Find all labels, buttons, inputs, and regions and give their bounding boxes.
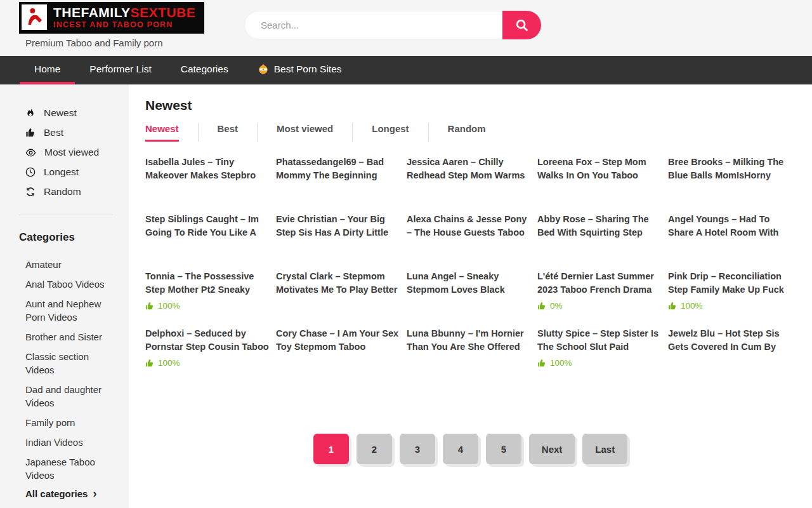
video-title[interactable]: Angel Youngs – Had To Share A Hotel Room… <box>668 213 794 239</box>
pagination-page-5[interactable]: 5 <box>486 434 521 464</box>
category-link-amateur[interactable]: Amateur <box>25 258 116 271</box>
nav-item-home[interactable]: Home <box>20 56 75 84</box>
tab-most-viewed[interactable]: Most viewed <box>257 123 352 142</box>
nav-item-performer-list[interactable]: Performer List <box>75 56 166 84</box>
video-card[interactable]: Slutty Spice – Step Sister Is The School… <box>537 327 663 384</box>
video-title[interactable]: Loreena Fox – Step Mom Walks In On You T… <box>537 156 663 182</box>
tab-longest[interactable]: Longest <box>352 123 428 142</box>
categories-heading: Categories <box>19 231 129 244</box>
video-card[interactable]: Pink Drip – Reconciliation Step Family M… <box>668 270 794 327</box>
video-card[interactable]: Isabella Jules – Tiny Makeover Makes Ste… <box>145 156 271 213</box>
tab-random[interactable]: Random <box>428 123 505 142</box>
video-title[interactable]: Slutty Spice – Step Sister Is The School… <box>537 327 663 354</box>
site-header: THEFAMILYSEXTUBE INCEST AND TABOO PORN P… <box>0 0 812 56</box>
pagination-page-4[interactable]: 4 <box>443 434 478 464</box>
logo-title: THEFAMILYSEXTUBE <box>53 5 195 20</box>
search-input[interactable] <box>244 11 541 39</box>
sunglasses-face-icon <box>258 64 269 75</box>
tab-best[interactable]: Best <box>198 123 258 142</box>
nav-item-categories[interactable]: Categories <box>166 56 243 84</box>
sidebar-item-longest[interactable]: Longest <box>0 166 129 178</box>
eye-icon <box>25 147 36 158</box>
thumbs-up-icon <box>537 302 546 311</box>
pagination-next-button[interactable]: Next <box>529 434 575 464</box>
video-card[interactable]: Loreena Fox – Step Mom Walks In On You T… <box>537 156 663 213</box>
sidebar-item-newest[interactable]: Newest <box>0 107 129 119</box>
video-card[interactable]: Angel Youngs – Had To Share A Hotel Room… <box>668 213 794 270</box>
search-button[interactable] <box>502 11 541 39</box>
sidebar-item-best[interactable]: Best <box>0 127 129 138</box>
video-card[interactable]: Tonnia – The Possessive Step Mother Pt2 … <box>145 270 271 327</box>
video-card[interactable]: Alexa Chains & Jesse Pony – The House Gu… <box>407 213 532 270</box>
clock-icon <box>25 167 36 177</box>
thumbs-up-icon <box>668 302 677 311</box>
video-card[interactable]: Jessica Aaren – Chilly Redhead Step Mom … <box>407 156 532 213</box>
category-link-aunt-nephew[interactable]: Aunt and Nephew Porn Videos <box>25 297 116 324</box>
video-card[interactable]: Cory Chase – I Am Your Sex Toy Stepmom T… <box>276 327 402 384</box>
video-title[interactable]: Jewelz Blu – Hot Step Sis Gets Covered I… <box>668 327 794 354</box>
pagination-page-1[interactable]: 1 <box>313 434 349 464</box>
flame-icon <box>25 108 36 118</box>
pagination: 1 2 3 4 5 Next Last <box>145 434 796 464</box>
video-title[interactable]: Step Siblings Caught – Im Going To Ride … <box>145 213 271 239</box>
video-card[interactable]: Bree Brooks – Milking The Blue Balls Mom… <box>668 156 794 213</box>
site-logo[interactable]: THEFAMILYSEXTUBE INCEST AND TABOO PORN <box>19 2 204 34</box>
video-title[interactable]: Phatassedangel69 – Bad Mommy The Beginni… <box>276 156 402 182</box>
video-title[interactable]: Cory Chase – I Am Your Sex Toy Stepmom T… <box>276 327 402 354</box>
refresh-icon <box>25 187 36 197</box>
site-tagline: Premium Taboo and Family porn <box>25 37 163 48</box>
logo-subtitle: INCEST AND TABOO PORN <box>53 20 195 30</box>
video-title[interactable]: Bree Brooks – Milking The Blue Balls Mom… <box>668 156 794 182</box>
red-figure-logo-icon <box>22 4 47 30</box>
video-rating: 100% <box>668 301 794 311</box>
category-link-anal-taboo[interactable]: Anal Taboo Videos <box>25 277 116 291</box>
sidebar-item-most-viewed[interactable]: Most viewed <box>0 147 129 158</box>
video-title[interactable]: Delphoxi – Seduced by Pornstar Step Cous… <box>145 327 271 354</box>
video-card[interactable]: Jewelz Blu – Hot Step Sis Gets Covered I… <box>668 327 794 384</box>
video-rating: 100% <box>145 358 271 368</box>
main-nav: Home Performer List Categories Best Porn… <box>0 56 812 84</box>
video-title[interactable]: Jessica Aaren – Chilly Redhead Step Mom … <box>407 156 532 182</box>
video-card[interactable]: Phatassedangel69 – Bad Mommy The Beginni… <box>276 156 402 213</box>
category-link-classic-section[interactable]: Classic section Videos <box>25 350 116 377</box>
sort-tabs: Newest Best Most viewed Longest Random <box>145 123 812 142</box>
video-title[interactable]: Evie Christian – Your Big Step Sis Has A… <box>276 213 402 239</box>
video-title[interactable]: Crystal Clark – Stepmom Motivates Me To … <box>276 270 402 297</box>
all-categories-link[interactable]: All categories › <box>25 488 129 499</box>
video-card[interactable]: Luna Bbunny – I'm Hornier Than You Are S… <box>407 327 532 384</box>
video-title[interactable]: Alexa Chains & Jesse Pony – The House Gu… <box>407 213 532 239</box>
category-link-dad-daughter[interactable]: Dad and daughter Videos <box>25 383 116 410</box>
sidebar: Newest Best Most viewed <box>0 84 129 508</box>
search-icon <box>515 18 529 32</box>
video-card[interactable]: Luna Angel – Sneaky Stepmom Loves Black … <box>407 270 532 327</box>
category-link-brother-sister[interactable]: Brother and Sister <box>25 330 116 344</box>
thumbs-up-icon <box>25 128 36 138</box>
nav-item-best-porn-sites[interactable]: Best Porn Sites <box>243 56 357 84</box>
thumbs-up-icon <box>537 359 546 368</box>
video-card[interactable]: Evie Christian – Your Big Step Sis Has A… <box>276 213 402 270</box>
category-link-japanese-taboo[interactable]: Japanese Taboo Videos <box>25 455 116 482</box>
pagination-last-button[interactable]: Last <box>582 434 627 464</box>
pagination-page-2[interactable]: 2 <box>357 434 392 464</box>
video-title[interactable]: Pink Drip – Reconciliation Step Family M… <box>668 270 794 297</box>
video-card[interactable]: Abby Rose – Sharing The Bed With Squirti… <box>537 213 663 270</box>
sidebar-item-random[interactable]: Random <box>0 186 129 197</box>
category-link-indian[interactable]: Indian Videos <box>25 436 116 449</box>
video-title[interactable]: Isabella Jules – Tiny Makeover Makes Ste… <box>145 156 271 182</box>
video-card[interactable]: L'été Dernier Last Summer 2023 Taboo Fre… <box>537 270 663 327</box>
tab-newest[interactable]: Newest <box>145 123 198 142</box>
thumbs-up-icon <box>145 302 154 311</box>
chevron-right-icon: › <box>93 489 96 498</box>
video-title[interactable]: Tonnia – The Possessive Step Mother Pt2 … <box>145 270 271 297</box>
search-bar <box>244 11 541 39</box>
video-card[interactable]: Step Siblings Caught – Im Going To Ride … <box>145 213 271 270</box>
video-card[interactable]: Crystal Clark – Stepmom Motivates Me To … <box>276 270 402 327</box>
pagination-page-3[interactable]: 3 <box>400 434 435 464</box>
video-card[interactable]: Delphoxi – Seduced by Pornstar Step Cous… <box>145 327 271 384</box>
video-title[interactable]: L'été Dernier Last Summer 2023 Taboo Fre… <box>537 270 663 297</box>
video-title[interactable]: Luna Angel – Sneaky Stepmom Loves Black … <box>407 270 532 297</box>
category-link-family-porn[interactable]: Family porn <box>25 416 116 429</box>
video-title[interactable]: Abby Rose – Sharing The Bed With Squirti… <box>537 213 663 239</box>
video-rating: 0% <box>537 301 663 311</box>
video-title[interactable]: Luna Bbunny – I'm Hornier Than You Are S… <box>407 327 532 354</box>
